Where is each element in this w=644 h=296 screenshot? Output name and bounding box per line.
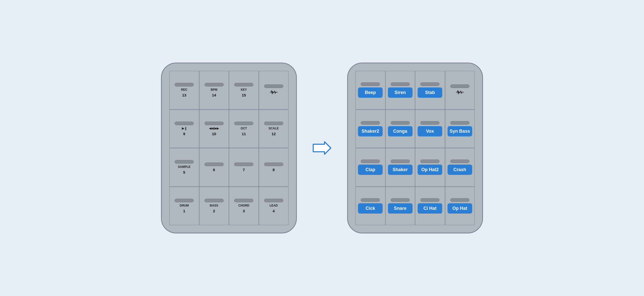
left-cell-r0-c3[interactable] xyxy=(259,71,289,110)
cell-number: 2 xyxy=(213,209,215,213)
cell-number: 7 xyxy=(243,168,245,172)
left-device: REC13BPM14KEY15 ▶ ‖9◀◀ ▶▶10OCT11SCALE12S… xyxy=(161,63,297,233)
led-bar xyxy=(175,122,194,125)
left-cell-r2-c2[interactable]: 7 xyxy=(229,148,259,187)
left-cell-r0-c0[interactable]: REC13 xyxy=(169,71,199,110)
led-bar xyxy=(234,199,253,202)
blue-pad-button[interactable]: Snare xyxy=(388,203,413,214)
led-bar xyxy=(361,160,380,163)
cell-label: ◀◀ ▶▶ xyxy=(209,127,219,130)
led-bar xyxy=(450,121,469,125)
arrow-container xyxy=(312,140,332,156)
left-cell-r3-c3[interactable]: LEAD4 xyxy=(259,187,289,225)
blue-pad-button[interactable]: Shaker xyxy=(388,165,413,175)
cell-label: SAMPLE xyxy=(178,165,190,169)
led-bar xyxy=(361,82,380,86)
led-bar xyxy=(234,122,253,125)
cell-label: BASS xyxy=(210,204,218,207)
blue-pad-button[interactable]: Siren xyxy=(388,87,413,98)
led-bar xyxy=(234,83,253,86)
led-bar xyxy=(264,122,283,125)
left-cell-r2-c1[interactable]: 6 xyxy=(199,148,229,187)
cell-number: 1 xyxy=(183,209,185,213)
left-cell-r3-c0[interactable]: DRUM1 xyxy=(169,187,199,225)
cell-number: 9 xyxy=(183,132,185,136)
left-cell-r1-c0[interactable]: ▶ ‖9 xyxy=(169,110,199,148)
right-cell-r3-c0[interactable]: Cick xyxy=(355,187,385,225)
blue-pad-button[interactable]: Clap xyxy=(358,165,383,175)
blue-pad-button[interactable]: Syn Bass xyxy=(448,126,472,136)
right-cell-r3-c2[interactable]: Ci Hat xyxy=(415,187,445,225)
right-cell-r3-c1[interactable]: Snare xyxy=(385,187,415,225)
led-bar xyxy=(175,83,194,86)
right-cell-r2-c3[interactable]: Crash xyxy=(445,148,475,187)
cell-label: ▶ ‖ xyxy=(182,127,186,130)
cell-number: 15 xyxy=(242,93,246,97)
right-cell-r1-c0[interactable]: Shaker2 xyxy=(355,110,385,148)
led-bar xyxy=(391,198,410,202)
left-cell-r1-c3[interactable]: SCALE12 xyxy=(259,110,289,148)
left-cell-r3-c2[interactable]: CHORD3 xyxy=(229,187,259,225)
blue-pad-button[interactable]: Op Hat xyxy=(448,203,472,214)
led-bar xyxy=(420,198,439,202)
led-bar xyxy=(234,163,253,166)
right-cell-r2-c0[interactable]: Clap xyxy=(355,148,385,187)
right-cell-r2-c1[interactable]: Shaker xyxy=(385,148,415,187)
waveform-icon xyxy=(270,89,278,96)
right-cell-r1-c3[interactable]: Syn Bass xyxy=(445,110,475,148)
left-cell-r3-c1[interactable]: BASS2 xyxy=(199,187,229,225)
svg-marker-0 xyxy=(313,142,331,154)
blue-pad-button[interactable]: Op Hat2 xyxy=(418,165,442,175)
left-cell-r2-c3[interactable]: 8 xyxy=(259,148,289,187)
left-cell-r1-c1[interactable]: ◀◀ ▶▶10 xyxy=(199,110,229,148)
cell-number: 13 xyxy=(182,93,186,97)
right-cell-r0-c0[interactable]: Beep xyxy=(355,71,385,110)
led-bar xyxy=(420,121,439,125)
blue-pad-button[interactable]: Beep xyxy=(358,87,383,98)
cell-label: LEAD xyxy=(269,204,278,207)
cell-label: CHORD xyxy=(238,204,249,207)
led-bar xyxy=(205,163,224,166)
led-bar xyxy=(391,121,410,125)
right-device: BeepSirenStab Shaker2CongaVoxSyn BassCla… xyxy=(347,63,483,233)
cell-number: 3 xyxy=(243,209,245,213)
cell-number: 11 xyxy=(242,132,246,136)
arrow-right-icon xyxy=(312,140,332,156)
led-bar xyxy=(264,84,283,88)
led-bar xyxy=(205,122,224,125)
led-bar xyxy=(391,160,410,163)
led-bar xyxy=(205,83,224,86)
cell-number: 10 xyxy=(212,132,216,136)
led-bar xyxy=(175,199,194,202)
cell-label: BPM xyxy=(211,88,217,91)
right-cell-r3-c3[interactable]: Op Hat xyxy=(445,187,475,225)
left-cell-r2-c0[interactable]: SAMPLE5 xyxy=(169,148,199,187)
right-cell-r0-c3[interactable] xyxy=(445,71,475,110)
blue-pad-button[interactable]: Crash xyxy=(448,165,472,175)
blue-pad-button[interactable]: Cick xyxy=(358,203,383,214)
blue-pad-button[interactable]: Ci Hat xyxy=(418,203,442,214)
led-bar xyxy=(361,121,380,125)
led-bar xyxy=(361,198,380,202)
blue-pad-button[interactable]: Conga xyxy=(388,126,413,136)
left-cell-r0-c1[interactable]: BPM14 xyxy=(199,71,229,110)
led-bar xyxy=(420,82,439,86)
led-bar xyxy=(420,160,439,163)
cell-number: 8 xyxy=(273,168,275,172)
right-cell-r2-c2[interactable]: Op Hat2 xyxy=(415,148,445,187)
blue-pad-button[interactable]: Stab xyxy=(418,87,442,98)
right-cell-r1-c2[interactable]: Vox xyxy=(415,110,445,148)
right-cell-r1-c1[interactable]: Conga xyxy=(385,110,415,148)
cell-number: 4 xyxy=(273,209,275,213)
blue-pad-button[interactable]: Shaker2 xyxy=(358,126,383,136)
left-cell-r1-c2[interactable]: OCT11 xyxy=(229,110,259,148)
right-cell-r0-c2[interactable]: Stab xyxy=(415,71,445,110)
led-bar xyxy=(175,160,194,164)
blue-pad-button[interactable]: Vox xyxy=(418,126,442,136)
left-cell-r0-c2[interactable]: KEY15 xyxy=(229,71,259,110)
led-bar xyxy=(450,160,469,163)
right-grid: BeepSirenStab Shaker2CongaVoxSyn BassCla… xyxy=(355,71,475,225)
led-bar xyxy=(450,84,469,88)
right-cell-r0-c1[interactable]: Siren xyxy=(385,71,415,110)
waveform-icon xyxy=(456,89,464,96)
